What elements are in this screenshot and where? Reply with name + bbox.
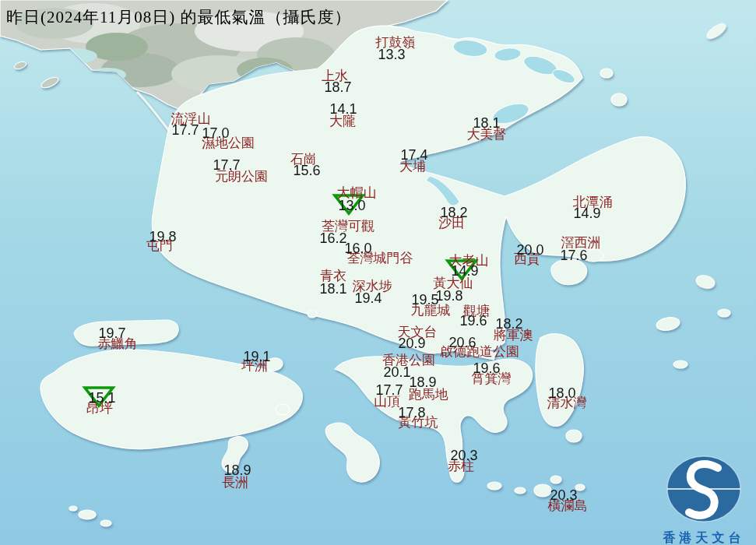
station-value: 19.1: [243, 349, 270, 365]
hong-kong-map: [0, 0, 756, 545]
station-value: 20.0: [516, 242, 543, 258]
station-value: 15.6: [293, 163, 320, 179]
station-value: 18.2: [440, 205, 467, 221]
station-value: 19.6: [473, 360, 500, 377]
hko-logo: 香港天文台 HONG KONG OBSERVATORY: [651, 452, 756, 545]
po-toi-island: [534, 484, 551, 497]
station-value: 18.1: [319, 281, 346, 297]
station-value: 17.7: [171, 122, 199, 139]
station-value: 14.9: [451, 263, 478, 280]
station-value: 18.1: [473, 115, 500, 132]
station-value: 17.7: [213, 157, 240, 174]
station-value: 18.9: [409, 374, 436, 391]
station-value: 18.9: [223, 462, 251, 479]
hko-logo-text-zh: 香港天文台: [651, 530, 756, 545]
station-value: 18.7: [324, 79, 351, 96]
small-island: [487, 482, 501, 490]
hko-logo-icon: [651, 452, 756, 526]
station-value: 17.0: [202, 125, 229, 142]
tung-lung-island: [566, 430, 582, 442]
station-value: 15.1: [88, 390, 115, 406]
station-value: 20.6: [448, 335, 476, 351]
station-value: 20.1: [383, 364, 410, 381]
small-island: [550, 476, 561, 483]
small-island: [673, 360, 687, 368]
ma-wan-island: [308, 310, 317, 318]
station-value: 18.0: [548, 385, 575, 402]
station-value: 19.7: [98, 325, 125, 342]
soko-islands: [79, 510, 96, 519]
station-value: 17.4: [400, 147, 427, 164]
station-value: 14.9: [573, 206, 600, 222]
station-value: 14.1: [329, 101, 357, 118]
station-value: 17.6: [560, 248, 587, 264]
station-value: 19.8: [149, 229, 176, 245]
station-value: 19.5: [411, 292, 438, 308]
station-value: 19.4: [354, 290, 382, 307]
station-value: 20.3: [450, 448, 477, 464]
station-value: 20.9: [398, 336, 425, 352]
station-value: 16.0: [344, 241, 371, 257]
small-island: [515, 487, 526, 494]
station-value: 18.2: [495, 316, 522, 332]
map-title: 昨日(2024年11月08日) 的最低氣溫（攝氏度）: [6, 6, 351, 28]
small-island: [100, 520, 111, 526]
small-island: [600, 69, 613, 78]
map-canvas: 昨日(2024年11月08日) 的最低氣溫（攝氏度） 13.3打鼓嶺18.7上水…: [0, 0, 756, 545]
small-island: [611, 93, 627, 106]
station-value: 20.3: [550, 487, 577, 504]
small-island: [69, 506, 77, 511]
station-value: 16.2: [319, 230, 346, 247]
station-value: 13.3: [378, 47, 405, 63]
station-value: 13.0: [338, 198, 365, 214]
station-value: 17.8: [398, 405, 425, 421]
station-value: 19.8: [435, 288, 462, 304]
station-value: 17.7: [375, 382, 403, 399]
small-island: [718, 309, 730, 317]
station-value: 19.6: [459, 313, 487, 329]
hei-ling-chau-island: [276, 404, 290, 415]
